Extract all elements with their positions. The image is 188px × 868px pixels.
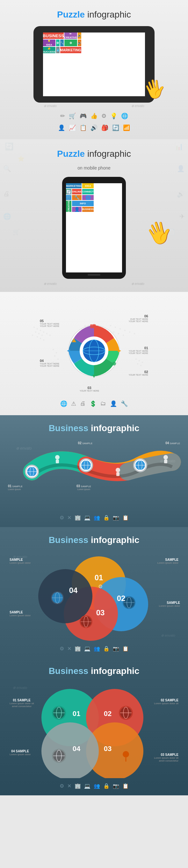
puzzle-gray: 💧 (56, 47, 60, 53)
watermark-4: ⊕ envato (131, 282, 144, 285)
svg-text:03: 03 (104, 745, 112, 753)
step-02-label: 02 SAMPLE (78, 441, 93, 445)
circular-labels-area: 05 YOUR TEXT HERE YOUR TEXT HERE 06 OUR … (38, 308, 150, 394)
svg-rect-76 (56, 460, 59, 463)
phone-home-button (88, 274, 100, 276)
s5-icon-monitor: 💻 (84, 646, 91, 652)
watermark-1: ⊕ envato (44, 104, 57, 108)
phone-piece-business: BUSINESS (82, 207, 94, 212)
s5-icon-lock: 🔒 (103, 646, 109, 652)
icon-wifi: 📶 (123, 124, 130, 131)
label-sample-right: SAMPLE Lorem ipsum dolor (159, 601, 180, 607)
label-sample-top-right: SAMPLE Lorem ipsum dolor (157, 558, 179, 564)
s6-icon-building: 🏢 (74, 783, 81, 789)
icon-row-2: 👤 📈 📋 🔊 🎒 🔄 📶 (6, 124, 182, 131)
puzzle-yellow: 🔊 (78, 32, 81, 39)
s6-icon-camera: 📷 (113, 783, 119, 789)
s4-icon-users: 👥 (94, 515, 100, 521)
title-puzzle: Puzzle (57, 9, 85, 20)
phone-piece-connect: CONNECT (82, 189, 94, 194)
section5-icon-bar: ⚙ ✕ 🏢 💻 👥 🔒 📷 📋 (6, 646, 182, 652)
title2-infographic: infographic (87, 149, 131, 159)
icon-refresh: 🔄 (112, 124, 119, 131)
label-04-leaf: 04 SAMPLE Lorem ipsum dolor (9, 749, 31, 756)
phone-puzzle-grid: MARKETING IDEA 🔄 ONLINE CONNECT 🛒 🔧 🌐 CR… (66, 183, 94, 212)
label-05: 05 YOUR TEXT HERE YOUR TEXT HERE (40, 319, 59, 327)
phone-piece-orange: 🔧 (72, 195, 82, 200)
puzzle-orange: 🔊 (78, 39, 81, 46)
svg-rect-78 (116, 472, 120, 476)
puzzle-blue: 🔧 (60, 39, 64, 46)
overlap-container: ⊕ envato ⊕ envato (6, 552, 182, 641)
puzzle-green: ⚙ (64, 39, 77, 46)
svg-point-84 (38, 569, 92, 623)
icon-person: 👤 (58, 124, 65, 131)
phone-piece-refresh: 🔄 (66, 189, 71, 194)
section2-title: Puzzle infographic (6, 149, 182, 159)
winding-svg (6, 440, 182, 510)
circle-svg (62, 319, 126, 383)
title6-rest: infographic (91, 666, 139, 676)
watermark-2: ⊕ envato (131, 104, 144, 108)
icon-puzzle: 🎮 (80, 113, 87, 120)
s6-icon-lock: 🔒 (103, 783, 109, 789)
tablet-device: BUSINESS ✏CREATIVE 🔊 💡IDEA ⚙ (33, 26, 155, 103)
overlap-svg: 01 02 03 04 ⚙ (6, 552, 182, 641)
section3-icon-row: 🌐 ⚠ 🖨 💲 🗂 👤 🔧 (6, 400, 182, 407)
winding-path-container: ⊕ envato ⊕ envato (6, 440, 182, 510)
phone-piece-online: ONLINE (72, 189, 82, 194)
puzzle-success: 👍SUCCESS (43, 47, 56, 53)
label-sample-bottom: SAMPLE Lorem ipsum dolor (9, 611, 31, 617)
tablet-screen: BUSINESS ✏CREATIVE 🔊 💡IDEA ⚙ (43, 32, 145, 96)
puzzle-marketing: MARKETING (60, 47, 81, 53)
s3-icon-2: ⚠ (71, 400, 76, 407)
section4-icon-bar: ⚙ ✕ 🏢 💻 👥 🔒 📷 📋 (6, 515, 182, 521)
step-04-label: 04 SAMPLE (165, 441, 180, 445)
title4-rest: infographic (91, 423, 139, 433)
s5-icon-camera: 📷 (113, 646, 119, 652)
label-02-leaf: 02 SAMPLE Lorem ipsum dolor sit (154, 699, 179, 705)
section2-subtitle: on mobile phone (6, 165, 182, 170)
s4-icon-doc2: 📋 (122, 515, 129, 521)
title5-business: Business (49, 535, 89, 545)
section6-title: Business infographic (6, 666, 182, 676)
section1-title: Puzzle infographic (6, 9, 182, 20)
phone-piece-idea: IDEA (82, 183, 94, 188)
icon-globe: 🌐 (121, 113, 128, 120)
hand-pointer-2: 🖐 (143, 217, 175, 249)
title5-rest: infographic (91, 535, 139, 545)
circular-chart-container: 05 YOUR TEXT HERE YOUR TEXT HERE 06 OUR … (6, 308, 182, 394)
label-01: 01 YOUR TEXT HERE YOUR TEXT HERE (129, 346, 148, 354)
s3-icon-1: 🌐 (60, 400, 67, 407)
icon-gear: ⚙ (101, 113, 106, 120)
svg-point-114 (123, 751, 129, 757)
wm-6: ⊕ envato (160, 459, 175, 463)
svg-text:⚙: ⚙ (98, 584, 103, 589)
section-overlap-circles: Business infographic ⊕ envato ⊕ envato (0, 527, 188, 658)
section-leaf-circles: Business infographic ⊕ envato (0, 658, 188, 795)
icon-screen: 📋 (80, 124, 87, 131)
label-04: 04 YOUR TEXT HERE YOUR TEXT HERE (40, 359, 59, 367)
s4-icon-lock: 🔒 (103, 515, 109, 521)
section6-icon-bar: ⚙ ✕ 🏢 💻 👥 🔒 📷 📋 (6, 783, 182, 789)
step-03-label: 03 SAMPLE Lorem ipsum (76, 484, 91, 491)
svg-point-59 (112, 362, 116, 366)
phone-device: MARKETING IDEA 🔄 ONLINE CONNECT 🛒 🔧 🌐 CR… (62, 177, 126, 279)
s4-icon-x: ✕ (67, 515, 71, 521)
phone-piece-info: INFO (72, 201, 94, 206)
label-sample-left-top: SAMPLE Lorem ipsum dolor (9, 558, 31, 564)
svg-point-105 (41, 722, 99, 778)
icon-chart: 📈 (69, 124, 76, 131)
title-infographic: infographic (87, 9, 131, 20)
phone-piece-creative: CREATIVE (66, 201, 71, 212)
label-03-leaf: 03 SAMPLE Lorem ipsum dolor sit amet con… (154, 753, 179, 762)
s6-icon-users: 👥 (94, 783, 100, 789)
section4-title: Business infographic (6, 423, 182, 433)
title2-puzzle: Puzzle (57, 149, 85, 159)
icon-basket: 🎒 (101, 124, 108, 131)
tablet-body: BUSINESS ✏CREATIVE 🔊 💡IDEA ⚙ (33, 26, 155, 103)
section-circular-infographic: 05 YOUR TEXT HERE YOUR TEXT HERE 06 OUR … (0, 292, 188, 415)
icon-like: 👍 (91, 113, 97, 120)
phone-piece-blue: 🛒 (66, 195, 71, 200)
leaf-container: ⊕ envato (6, 683, 182, 778)
